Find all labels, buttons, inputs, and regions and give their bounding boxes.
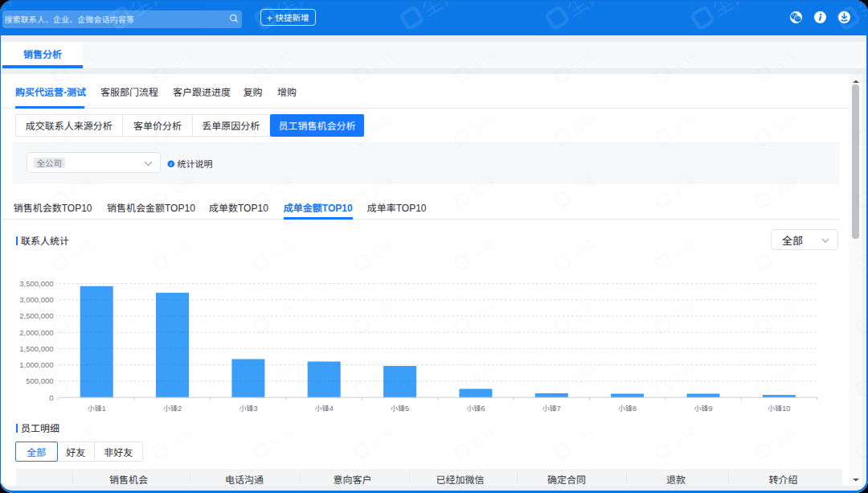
svg-text:小锋3: 小锋3 — [239, 403, 257, 413]
svg-text:1,000,000: 1,000,000 — [19, 360, 53, 369]
svg-text:2,000,000: 2,000,000 — [19, 328, 53, 337]
svg-text:小锋7: 小锋7 — [542, 403, 561, 413]
svg-text:小锋5: 小锋5 — [391, 403, 409, 413]
svg-text:3,500,000: 3,500,000 — [19, 279, 53, 288]
svg-text:小锋8: 小锋8 — [618, 403, 637, 413]
svg-text:小锋1: 小锋1 — [88, 403, 106, 413]
svg-text:小锋10: 小锋10 — [768, 403, 790, 413]
svg-text:2,500,000: 2,500,000 — [19, 311, 53, 320]
svg-text:小锋6: 小锋6 — [466, 403, 485, 413]
svg-text:0: 0 — [49, 393, 53, 402]
svg-text:小锋4: 小锋4 — [315, 403, 334, 413]
svg-text:小锋9: 小锋9 — [694, 403, 712, 413]
svg-text:500,000: 500,000 — [26, 376, 53, 385]
svg-text:3,000,000: 3,000,000 — [19, 295, 53, 304]
svg-text:1,500,000: 1,500,000 — [19, 344, 53, 353]
svg-text:小锋2: 小锋2 — [163, 403, 182, 413]
svg-text:i: i — [170, 161, 172, 166]
